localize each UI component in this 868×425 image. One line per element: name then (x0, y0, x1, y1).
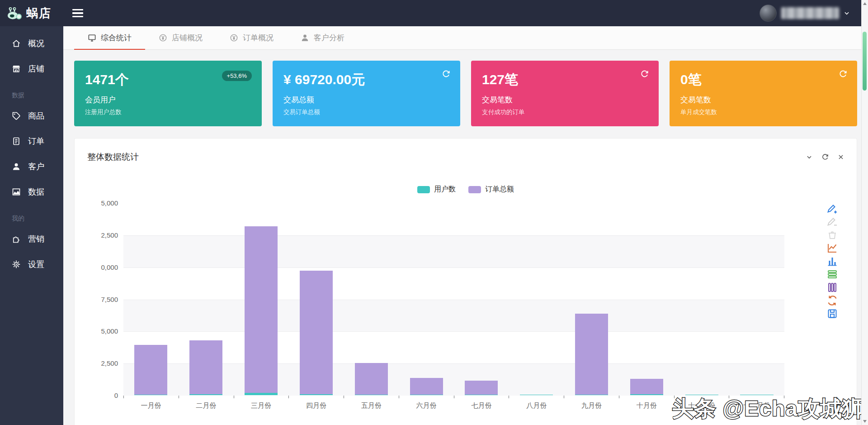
sidebar-item-orders[interactable]: 订单 (0, 129, 63, 154)
bar-order-total[interactable] (410, 378, 443, 395)
bar-order-total[interactable] (189, 340, 222, 394)
mark-add-icon[interactable] (827, 203, 838, 214)
marketing-icon (12, 234, 21, 244)
tab-label: 店铺概况 (172, 33, 203, 43)
tab-label: 综合统计 (101, 33, 132, 43)
stack-icon[interactable] (827, 269, 838, 280)
legend-label: 订单总额 (485, 185, 514, 194)
sidebar-item-label: 设置 (28, 259, 44, 270)
tag-icon (12, 111, 21, 120)
sidebar-item-products[interactable]: 商品 (0, 103, 63, 129)
scroll-up-arrow[interactable] (862, 0, 868, 7)
x-axis-label: 六月份 (399, 401, 454, 410)
x-axis-tick (344, 396, 399, 398)
bar-order-total[interactable] (355, 363, 388, 395)
topbar: 蜗店 (0, 0, 868, 26)
bar-slot[interactable] (509, 203, 564, 395)
refresh-icon[interactable] (821, 153, 829, 161)
sidebar-section-data: 数据 (0, 81, 63, 103)
user-menu[interactable] (760, 5, 850, 22)
bar-users[interactable] (245, 393, 278, 395)
tab-overall-stats[interactable]: 综合统计 (74, 26, 145, 49)
sidebar-item-overview[interactable]: 概况 (0, 31, 63, 56)
line-chart-icon[interactable] (827, 243, 838, 253)
bar-users[interactable] (134, 395, 167, 395)
tab-customer-analysis[interactable]: 客户分析 (287, 26, 358, 49)
x-axis-label: 九月份 (564, 401, 619, 410)
x-axis-label: 十月份 (619, 401, 674, 410)
stat-cards-row: 1471个 +53,6% 会员用户 注册用户总数 ¥ 69720.00元 交易总… (74, 61, 857, 126)
sidebar-item-customers[interactable]: 客户 (0, 154, 63, 179)
bar-slot[interactable] (344, 203, 399, 395)
bar-order-total[interactable] (630, 379, 663, 394)
analytics-icon (12, 187, 21, 196)
bar-slot[interactable] (729, 203, 784, 395)
bar-users[interactable] (300, 394, 333, 395)
growth-badge: +53,6% (222, 71, 252, 81)
bar-order-total[interactable] (245, 226, 278, 393)
bar-slot[interactable] (564, 203, 619, 395)
bar-slot[interactable] (234, 203, 289, 395)
bar-slot[interactable] (674, 203, 729, 395)
avatar[interactable] (760, 5, 777, 22)
bar-slot[interactable] (454, 203, 509, 395)
scrollbar[interactable] (861, 0, 868, 425)
tab-store-overview[interactable]: 店铺概况 (145, 26, 216, 49)
bar-users[interactable] (575, 395, 608, 395)
sidebar-item-label: 数据 (28, 186, 44, 197)
order-icon (12, 137, 21, 146)
bar-slot[interactable] (619, 203, 674, 395)
tab-order-overview[interactable]: 订单概况 (216, 26, 287, 49)
bar-slot[interactable] (288, 203, 344, 395)
sidebar-item-label: 客户 (28, 161, 44, 172)
bar-slot[interactable] (399, 203, 454, 395)
home-icon (12, 39, 21, 48)
legend-item-users[interactable]: 用户数 (417, 185, 456, 194)
card-title: 交易笔数 (680, 95, 846, 105)
bar-users[interactable] (410, 395, 443, 395)
bar-users[interactable] (189, 394, 222, 395)
y-axis-label: 0 (87, 392, 118, 399)
panel-actions (806, 153, 844, 161)
collapse-icon[interactable] (806, 154, 812, 160)
sidebar-item-analytics[interactable]: 数据 (0, 179, 63, 205)
sidebar-item-label: 概况 (28, 38, 44, 49)
restore-icon[interactable] (827, 295, 838, 306)
bar-users[interactable] (630, 394, 663, 395)
bar-slot[interactable] (179, 203, 234, 395)
save-image-icon[interactable] (827, 308, 838, 319)
legend-item-order-total[interactable]: 订单总额 (468, 185, 514, 194)
bar-order-total[interactable] (575, 314, 608, 395)
bar-users[interactable] (465, 395, 498, 395)
sidebar-item-store[interactable]: 店铺 (0, 56, 63, 81)
bar-order-total[interactable] (134, 345, 167, 395)
bar-chart-icon[interactable] (827, 256, 838, 267)
monitor-icon (88, 33, 96, 42)
bar-users[interactable] (355, 395, 388, 395)
scroll-down-arrow[interactable] (862, 418, 868, 425)
bar-order-total[interactable] (465, 381, 498, 395)
sidebar-item-marketing[interactable]: 营销 (0, 226, 63, 252)
sidebar-item-settings[interactable]: 设置 (0, 252, 63, 277)
legend-swatch (417, 186, 430, 193)
bar-users[interactable] (520, 395, 553, 395)
panel-title: 整体数据统计 (87, 151, 139, 163)
watermark: 头条 @Echa攻城狮 (672, 394, 864, 423)
refresh-icon[interactable] (442, 70, 450, 78)
card-subtitle: 注册用户总数 (85, 108, 251, 116)
mark-delete-icon[interactable] (827, 216, 838, 227)
tiled-icon[interactable] (827, 282, 838, 293)
refresh-icon[interactable] (640, 70, 649, 78)
bar-slot[interactable] (123, 203, 179, 395)
sidebar-item-label: 商品 (28, 110, 44, 121)
x-axis-tick (509, 396, 564, 398)
refresh-icon[interactable] (839, 70, 847, 78)
scrollbar-thumb[interactable] (863, 32, 867, 91)
sidebar-toggle-button[interactable] (72, 9, 83, 18)
bar-order-total[interactable] (300, 271, 333, 394)
close-icon[interactable] (838, 154, 844, 160)
mark-clear-icon[interactable] (827, 229, 838, 240)
y-axis-label: 2,500 (87, 231, 118, 239)
chart-plot (123, 203, 784, 396)
app-logo[interactable]: 蜗店 (0, 5, 63, 21)
